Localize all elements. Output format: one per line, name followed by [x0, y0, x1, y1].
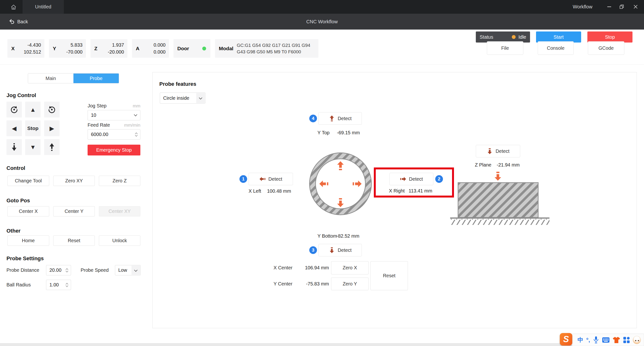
ball-radius-input[interactable]: 1.00: [46, 280, 71, 290]
detect-z-plane-button[interactable]: Detect: [476, 145, 520, 157]
chevron-down-icon: [132, 265, 140, 275]
back-button[interactable]: Back: [9, 14, 28, 30]
step-badge-4: 4: [309, 115, 317, 122]
cnc-app-window: Untitled Workflow CNC Workflow Back Stat…: [0, 0, 644, 346]
probe-distance-spinner[interactable]: [66, 269, 68, 272]
tab-untitled[interactable]: Untitled: [22, 0, 64, 14]
probe-arrow-left-icon: [260, 176, 266, 182]
control-heading: Control: [6, 165, 25, 171]
ime-language-button[interactable]: 中: [578, 336, 583, 344]
probe-arrow-up-icon: [329, 115, 335, 122]
door-indicator: Door: [174, 39, 210, 58]
titlebar: Untitled Workflow: [0, 0, 644, 14]
status-label: Status: [480, 34, 493, 40]
keyboard-icon[interactable]: [602, 337, 610, 343]
probe-move-down-icon: [336, 198, 345, 207]
start-button[interactable]: Start: [536, 32, 581, 43]
probe-move-left-icon: [319, 179, 329, 189]
jog-z-plus-button[interactable]: [44, 139, 60, 155]
close-button[interactable]: [632, 4, 639, 10]
unlock-button[interactable]: Unlock: [99, 236, 140, 246]
ball-radius-spinner[interactable]: [66, 283, 68, 287]
home-button[interactable]: [9, 3, 18, 12]
reset-machine-button[interactable]: Reset: [53, 236, 95, 246]
tab-main-label: Main: [46, 76, 56, 81]
microphone-icon[interactable]: [593, 336, 599, 344]
chevron-down-icon: [196, 93, 205, 103]
change-tool-button[interactable]: Change Tool: [8, 176, 49, 186]
skin-tshirt-icon[interactable]: [612, 337, 620, 343]
sogou-ime-icon[interactable]: S: [560, 333, 572, 345]
jog-y-plus-button[interactable]: ▲: [25, 102, 40, 117]
detect-label: Detect: [268, 176, 282, 182]
emoji-face-icon[interactable]: [633, 336, 641, 344]
step-badge-3: 3: [309, 246, 317, 254]
detect-x-left-button[interactable]: Detect: [248, 173, 293, 185]
probe-distance-input[interactable]: 20.00: [46, 265, 71, 275]
z-plane-label: Z Plane: [475, 162, 492, 168]
center-xy-label: Center XY: [108, 209, 130, 214]
jog-step-select[interactable]: 10: [88, 110, 140, 120]
probe-speed-select[interactable]: Low: [115, 265, 140, 275]
app-title: Workflow: [573, 0, 592, 14]
minimize-button[interactable]: [606, 4, 612, 10]
rotate-ccw-icon: [10, 105, 18, 114]
axis-y-letter: Y: [53, 46, 56, 51]
reset-probe-label: Reset: [383, 273, 396, 278]
jog-control-heading: Jog Control: [6, 92, 36, 98]
jog-rotate-cw-button[interactable]: [44, 102, 60, 117]
detect-label: Detect: [338, 116, 352, 121]
jog-z-minus-button[interactable]: [6, 139, 22, 155]
back-icon: [9, 19, 15, 25]
restore-button[interactable]: [618, 4, 625, 10]
probe-features-heading: Probe features: [159, 81, 196, 87]
home-machine-button[interactable]: Home: [8, 236, 49, 246]
center-xy-button[interactable]: Center XY: [99, 206, 140, 217]
center-y-button[interactable]: Center Y: [53, 206, 95, 217]
minimize-icon: [606, 4, 612, 10]
axis-z-work: 1.937: [112, 42, 124, 48]
axis-x-letter: X: [11, 46, 15, 51]
jog-rotate-ccw-button[interactable]: [6, 102, 22, 117]
y-top-value: -69.15 mm: [337, 130, 360, 135]
probe-settings-heading: Probe Settings: [6, 255, 44, 262]
tab-main[interactable]: Main: [28, 74, 74, 83]
x-center-value: 106.94 mm: [288, 261, 329, 274]
emergency-stop-button[interactable]: Emergency Stop: [88, 145, 140, 155]
console-button[interactable]: Console: [538, 41, 574, 55]
gcode-button[interactable]: GCode: [588, 41, 624, 55]
probe-arrow-down-icon: [329, 247, 335, 253]
jog-y-minus-button[interactable]: ▼: [25, 139, 40, 155]
taskbar-strip: [0, 343, 644, 346]
reset-probe-button[interactable]: Reset: [370, 261, 408, 290]
detect-x-right-button[interactable]: Detect: [390, 173, 433, 185]
zero-x-button[interactable]: Zero X: [331, 261, 368, 274]
zero-z-button[interactable]: Zero Z: [99, 176, 140, 186]
z-plane-block-diagram: [450, 182, 550, 225]
detect-y-top-button[interactable]: Detect: [318, 112, 362, 125]
zero-xy-button[interactable]: Zero XY: [53, 176, 95, 186]
feed-rate-input[interactable]: 6000.00: [88, 129, 140, 140]
tab-probe[interactable]: Probe: [74, 74, 119, 83]
jog-stop-button[interactable]: Stop: [25, 120, 40, 136]
probe-move-right-icon: [352, 179, 362, 189]
change-tool-label: Change Tool: [15, 178, 42, 184]
file-button[interactable]: File: [487, 41, 523, 55]
stop-button[interactable]: Stop: [587, 32, 632, 43]
feed-rate-value: 6000.00: [91, 132, 108, 137]
gcode-label: GCode: [598, 45, 614, 51]
y-top-label: Y Top: [318, 130, 330, 135]
back-label: Back: [17, 19, 28, 25]
center-x-button[interactable]: Center X: [8, 206, 49, 217]
zero-y-button[interactable]: Zero Y: [331, 277, 368, 290]
ime-punctuation-button[interactable]: °,: [586, 337, 590, 343]
probe-feature-select[interactable]: Circle inside: [160, 92, 206, 104]
toolbox-grid-icon[interactable]: [623, 337, 630, 343]
triangle-right-icon: ▶: [50, 125, 54, 132]
jog-x-plus-button[interactable]: ▶: [44, 120, 60, 136]
jog-step-unit: mm: [133, 103, 140, 109]
jog-x-minus-button[interactable]: ◀: [6, 120, 22, 136]
feed-rate-spinner[interactable]: [135, 133, 137, 136]
detect-y-bottom-button[interactable]: Detect: [318, 244, 362, 256]
stop-label: Stop: [605, 34, 615, 40]
